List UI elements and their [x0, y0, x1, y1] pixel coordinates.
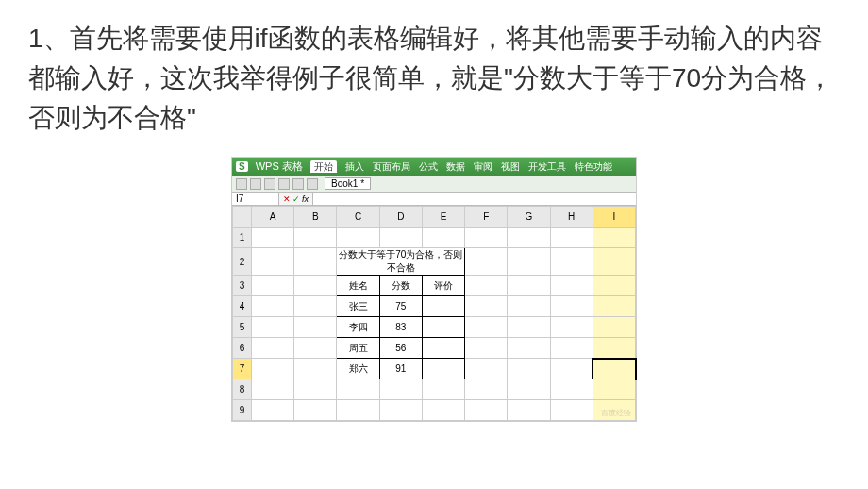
col-A[interactable]: A [252, 207, 294, 228]
header-eval: 评价 [422, 276, 464, 296]
cell-score-0[interactable]: 75 [379, 296, 422, 317]
header-name: 姓名 [337, 276, 379, 296]
cell-eval-0[interactable] [422, 296, 464, 317]
col-C[interactable]: C [337, 207, 379, 228]
cell-name-2[interactable]: 周五 [337, 338, 379, 359]
tab-feature[interactable]: 特色功能 [575, 161, 612, 172]
row-3: 3 姓名 分数 评价 [233, 276, 636, 296]
formula-buttons: ✕ ✓ fx [279, 193, 313, 205]
row-5: 5 李四 83 [233, 317, 636, 338]
col-E[interactable]: E [422, 207, 464, 228]
col-G[interactable]: G [508, 207, 550, 228]
wps-titlebar: S WPS 表格 开始 插入 页面布局 公式 数据 审阅 视图 开发工具 特色功… [232, 158, 636, 176]
wps-logo-icon: S [236, 161, 248, 172]
rowh-4[interactable]: 4 [233, 296, 252, 317]
cell-eval-2[interactable] [422, 338, 464, 359]
instruction-text: 1、首先将需要使用if函数的表格编辑好，将其他需要手动输入的内容都输入好，这次我… [28, 19, 840, 138]
tab-dev[interactable]: 开发工具 [528, 161, 566, 172]
cancel-icon[interactable]: ✕ [283, 194, 291, 204]
undo-icon[interactable] [292, 178, 304, 190]
cell-name-3[interactable]: 郑六 [337, 359, 379, 379]
row-4: 4 张三 75 [233, 296, 636, 317]
col-B[interactable]: B [294, 207, 337, 228]
cell-eval-3[interactable] [422, 359, 464, 379]
rowh-3[interactable]: 3 [233, 276, 252, 296]
wps-screenshot: S WPS 表格 开始 插入 页面布局 公式 数据 审阅 视图 开发工具 特色功… [231, 157, 637, 422]
rowh-7[interactable]: 7 [233, 359, 252, 379]
wps-app-label: WPS 表格 [256, 160, 303, 174]
quick-toolbar: Book1 * [232, 176, 636, 193]
open-icon[interactable] [250, 178, 261, 190]
rowh-5[interactable]: 5 [233, 317, 252, 338]
spreadsheet-grid[interactable]: A B C D E F G H I 1 2 分数大于等于70为合格，否则不合格 [232, 206, 636, 421]
cell-score-1[interactable]: 83 [379, 317, 422, 338]
select-all-corner[interactable] [233, 207, 252, 228]
print-icon[interactable] [278, 178, 290, 190]
screenshot-container: S WPS 表格 开始 插入 页面布局 公式 数据 审阅 视图 开发工具 特色功… [28, 157, 840, 422]
tab-view[interactable]: 视图 [501, 161, 520, 172]
row-9: 9 百度经验 [233, 400, 636, 421]
col-F[interactable]: F [465, 207, 508, 228]
cell-score-3[interactable]: 91 [379, 359, 422, 379]
document-tab[interactable]: Book1 * [325, 177, 371, 190]
tab-formula[interactable]: 公式 [419, 161, 438, 172]
tab-review[interactable]: 审阅 [474, 161, 492, 172]
fx-icon[interactable]: fx [302, 194, 309, 204]
cell-name-1[interactable]: 李四 [337, 317, 379, 338]
formula-input[interactable] [313, 193, 636, 205]
column-headers: A B C D E F G H I [233, 207, 636, 228]
new-icon[interactable] [236, 178, 247, 190]
rowh-1[interactable]: 1 [233, 228, 252, 248]
rowh-9[interactable]: 9 [233, 400, 252, 421]
tab-insert[interactable]: 插入 [345, 161, 364, 172]
watermark-text: 百度经验 [601, 408, 631, 418]
formula-bar: I7 ✕ ✓ fx [232, 193, 636, 206]
active-cell-I7[interactable] [593, 359, 635, 379]
redo-icon[interactable] [307, 178, 318, 190]
row-7: 7 郑六 91 [233, 359, 636, 379]
cell-eval-1[interactable] [422, 317, 464, 338]
ribbon-tabs: 开始 插入 页面布局 公式 数据 审阅 视图 开发工具 特色功能 [310, 160, 619, 174]
row-1: 1 [233, 228, 636, 248]
header-score: 分数 [379, 276, 422, 296]
rowh-8[interactable]: 8 [233, 379, 252, 400]
table-title: 分数大于等于70为合格，否则不合格 [337, 248, 465, 276]
name-box[interactable]: I7 [232, 193, 279, 205]
tab-layout[interactable]: 页面布局 [373, 161, 410, 172]
col-D[interactable]: D [379, 207, 422, 228]
col-H[interactable]: H [550, 207, 593, 228]
rowh-2[interactable]: 2 [233, 248, 252, 276]
cell-name-0[interactable]: 张三 [337, 296, 379, 317]
row-6: 6 周五 56 [233, 338, 636, 359]
tab-home[interactable]: 开始 [310, 160, 337, 173]
enter-icon[interactable]: ✓ [292, 194, 300, 204]
cell-score-2[interactable]: 56 [379, 338, 422, 359]
tab-data[interactable]: 数据 [446, 161, 465, 172]
rowh-6[interactable]: 6 [233, 338, 252, 359]
save-icon[interactable] [264, 178, 275, 190]
row-2: 2 分数大于等于70为合格，否则不合格 [233, 248, 636, 276]
col-I[interactable]: I [593, 207, 635, 228]
row-8: 8 [233, 379, 636, 400]
